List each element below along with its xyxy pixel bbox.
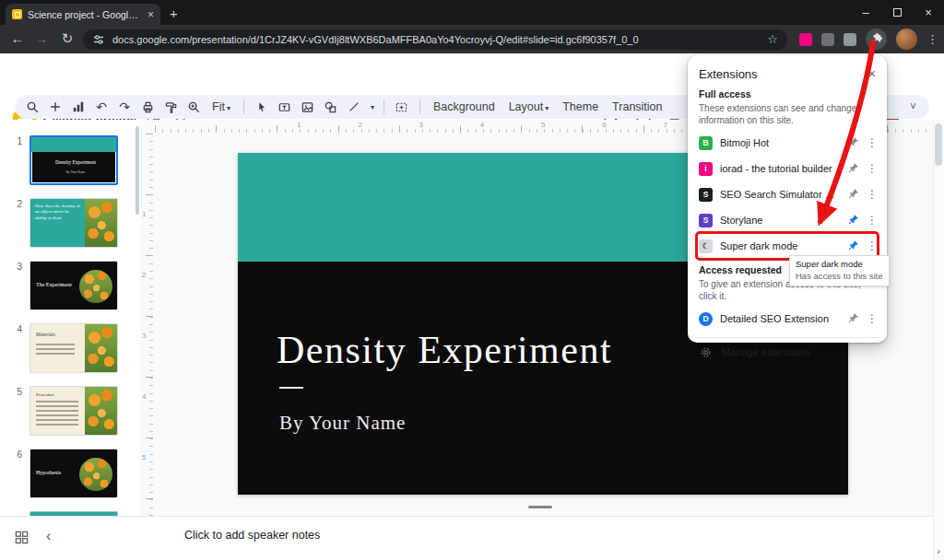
slide-number: 2 — [13, 198, 22, 248]
tab-title: Science project - Google Slides — [28, 9, 142, 20]
slide-number: 5 — [13, 386, 22, 436]
transition-button[interactable]: Transition — [608, 100, 666, 113]
extension-tooltip: Super dark mode Has access to this site — [789, 255, 890, 286]
popup-title: Extensions — [699, 67, 758, 81]
undo-icon[interactable]: ↶ — [93, 99, 110, 114]
back-button[interactable]: ← — [7, 30, 28, 46]
full-access-description: These extensions can see and change info… — [699, 102, 876, 126]
background-button[interactable]: Background — [430, 100, 499, 113]
extension-menu-icon[interactable]: ⋮ — [867, 312, 876, 325]
extension-menu-icon[interactable]: ⋮ — [867, 239, 876, 252]
print-icon[interactable] — [139, 99, 156, 115]
extensions-puzzle-icon[interactable] — [866, 29, 887, 50]
menu-search-icon[interactable] — [24, 99, 41, 115]
insert-line-icon[interactable] — [346, 99, 362, 115]
forward-button[interactable]: → — [31, 30, 52, 46]
extension-logo-icon: S — [699, 188, 713, 202]
extension-menu-icon[interactable]: ⋮ — [867, 188, 876, 201]
popup-divider — [695, 337, 879, 338]
full-access-label: Full access — [699, 88, 876, 99]
slide-thumbnail-5[interactable]: Procedure — [30, 386, 118, 436]
pin-icon[interactable] — [846, 136, 859, 149]
pin-icon[interactable] — [846, 239, 859, 252]
slide-number: 3 — [13, 261, 22, 310]
text-box-icon[interactable] — [277, 99, 293, 115]
slide-subtitle-text[interactable]: By Your Name — [279, 412, 406, 435]
filmstrip-scrollbar[interactable] — [136, 126, 139, 215]
insert-placeholder-icon[interactable] — [394, 99, 410, 115]
browser-extension-strip: ⋮ — [799, 25, 938, 53]
slide-thumbnail-1[interactable]: Density ExperimentBy Your Name — [30, 135, 118, 185]
paint-format-icon[interactable] — [162, 99, 179, 115]
extension-row-iorad-the-tutorial-builder[interactable]: iiorad - the tutorial builder⋮ — [699, 156, 876, 181]
extension-menu-icon[interactable]: ⋮ — [867, 162, 876, 175]
slide-thumbnail-6[interactable]: Hypothesis — [30, 449, 118, 498]
slide-thumbnail-3[interactable]: The Experiment — [30, 261, 118, 310]
scroll-arrow-icon[interactable]: › — [934, 545, 943, 556]
slide-number: 4 — [13, 323, 22, 373]
select-tool-icon[interactable] — [254, 99, 270, 115]
scrollbar-thumb[interactable] — [935, 123, 942, 166]
slide-thumbnail-2[interactable]: How does the density of an object affect… — [30, 198, 118, 248]
extension-row-storylane[interactable]: SStorylane⋮ — [699, 207, 876, 233]
maximize-button[interactable] — [881, 0, 913, 25]
new-slide-icon[interactable] — [47, 99, 64, 115]
extension-logo-icon: i — [699, 162, 713, 176]
extension-row-detailed-seo-extension[interactable]: DDetailed SEO Extension⋮ — [699, 306, 876, 332]
extension-logo-icon: D — [699, 312, 713, 326]
photo-thumbnail — [79, 458, 112, 491]
zoom-select[interactable]: Fit▾ — [208, 100, 234, 113]
pin-icon[interactable] — [846, 312, 859, 325]
vertical-scrollbar[interactable]: › — [933, 120, 944, 560]
extension-logo-icon: S — [699, 214, 713, 228]
minimize-button[interactable]: – — [850, 0, 881, 25]
notes-resize-handle[interactable] — [528, 506, 552, 508]
pin-icon[interactable] — [846, 188, 859, 201]
slide-accent-dash — [279, 387, 303, 389]
gear-icon — [699, 345, 713, 359]
speaker-notes-input[interactable]: Click to add speaker notes — [184, 529, 320, 542]
extension-icon[interactable] — [821, 33, 834, 46]
photo-thumbnail — [85, 387, 117, 435]
extension-row-seo-search-simulator-by-n-[interactable]: SSEO Search Simulator by N...⋮ — [699, 181, 876, 207]
chart-icon[interactable] — [70, 99, 87, 115]
photo-thumbnail — [85, 199, 117, 247]
window-controls: – × — [850, 0, 944, 25]
extension-menu-icon[interactable]: ⋮ — [867, 136, 876, 149]
layout-button[interactable]: Layout▾ — [505, 100, 553, 113]
new-tab-button[interactable]: + — [170, 6, 178, 20]
browser-menu-icon[interactable]: ⋮ — [926, 32, 938, 46]
popup-close-icon[interactable]: × — [868, 66, 876, 81]
tab-close-icon[interactable]: × — [148, 9, 154, 20]
address-bar[interactable]: docs.google.com/presentation/d/1CrJZ4KV-… — [83, 29, 787, 50]
manage-extensions-button[interactable]: Manage extensions — [699, 340, 876, 364]
redo-icon[interactable]: ↷ — [116, 99, 133, 114]
extension-logo-icon: B — [699, 136, 713, 150]
collapse-toolbar-icon[interactable]: ˅ — [910, 100, 920, 113]
bookmark-star-icon[interactable]: ☆ — [767, 32, 778, 46]
browser-navbar: ← → ↻ docs.google.com/presentation/d/1Cr… — [0, 25, 944, 53]
pin-icon[interactable] — [846, 162, 859, 175]
site-settings-icon[interactable] — [92, 33, 105, 46]
extension-row-bitmoji-hot[interactable]: BBitmoji Hot⋮ — [699, 130, 876, 156]
insert-shape-icon[interactable] — [323, 99, 339, 115]
profile-avatar[interactable] — [896, 29, 917, 50]
browser-tab[interactable]: Science project - Google Slides × — [6, 4, 160, 25]
line-dropdown-icon[interactable]: ▾ — [371, 103, 374, 111]
zoom-icon[interactable] — [185, 99, 202, 115]
pin-icon[interactable] — [846, 214, 859, 227]
slides-favicon-icon — [12, 9, 22, 19]
extension-menu-icon[interactable]: ⋮ — [867, 214, 876, 227]
slide-title-text[interactable]: Density Experiment — [277, 328, 612, 372]
collapse-filmstrip-icon[interactable]: ‹ — [46, 528, 51, 544]
reload-button[interactable]: ↻ — [57, 30, 77, 47]
url-text[interactable]: docs.google.com/presentation/d/1CrJZ4KV-… — [112, 34, 760, 45]
extension-icon[interactable] — [844, 33, 856, 46]
iorad-extension-icon[interactable] — [799, 33, 812, 46]
slide-thumbnail-4[interactable]: Materials — [30, 323, 118, 373]
close-window-button[interactable]: × — [913, 0, 944, 25]
insert-image-icon[interactable] — [300, 99, 316, 115]
theme-button[interactable]: Theme — [559, 100, 602, 113]
photo-thumbnail — [85, 324, 117, 372]
grid-view-icon[interactable] — [15, 531, 29, 544]
